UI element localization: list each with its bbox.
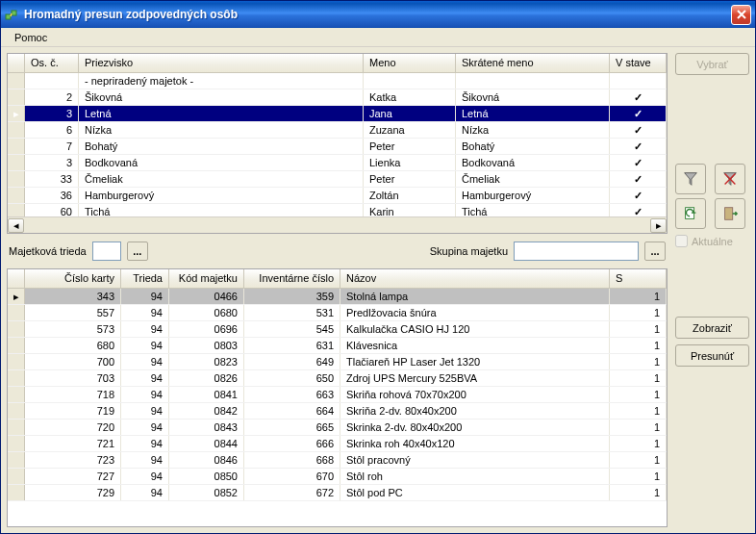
col-kod[interactable]: Kód majetku (169, 269, 244, 288)
filter-icon-buttons (675, 164, 749, 229)
menu-help[interactable]: Pomoc (9, 30, 53, 45)
col-vstave[interactable]: V stave (610, 54, 667, 72)
persons-row[interactable]: 7BohatýPeterBohatý✓ (8, 139, 667, 155)
assets-row[interactable]: 720940843665Skrinka 2-dv. 80x40x2001 (8, 420, 667, 436)
skupina-browse-button[interactable]: ... (644, 242, 666, 261)
assets-row[interactable]: ▸343940466359Stolná lampa1 (8, 289, 667, 305)
assets-row[interactable]: 700940823649Tlačiareň HP Laser Jet 13201 (8, 354, 667, 370)
aktualne-input (675, 235, 688, 247)
window-title: Hromadný presun zodpovedných osôb (24, 8, 731, 21)
assets-row[interactable]: 721940844666Skrinka roh 40x40x1201 (8, 436, 667, 452)
select-button[interactable]: Vybrať (675, 53, 749, 75)
col-inv[interactable]: Inventárne číslo (244, 269, 340, 288)
persons-row[interactable]: ▸3LetnáJanaLetná✓ (8, 106, 667, 122)
assets-row[interactable]: 723940846668Stôl pracovný1 (8, 452, 667, 469)
titlebar: Hromadný presun zodpovedných osôb (1, 1, 755, 28)
persons-row[interactable]: 3BodkovanáLienkaBodkovaná✓ (8, 155, 667, 171)
aktualne-label: Aktuálne (692, 236, 733, 247)
menubar: Pomoc (1, 28, 755, 47)
persons-row[interactable]: 33ČmeliakPeterČmeliak✓ (8, 171, 667, 188)
persons-row[interactable]: 6NízkaZuzanaNízka✓ (8, 122, 667, 139)
persons-grid[interactable]: Os. č. Priezvisko Meno Skrátené meno V s… (7, 53, 668, 234)
col-karta[interactable]: Číslo karty (25, 269, 121, 288)
persons-row[interactable]: 36HamburgerovýZoltánHamburgerový✓ (8, 188, 667, 204)
filter-bar: Majetková trieda ... Skupina majetku ... (7, 234, 668, 265)
assets-row[interactable]: 703940826650Zdroj UPS Mercury 525BVA1 (8, 370, 667, 387)
assets-row[interactable]: 719940842664Skriňa 2-dv. 80x40x2001 (8, 403, 667, 420)
aktualne-checkbox: Aktuálne (675, 235, 749, 247)
assets-header: Číslo karty Trieda Kód majetku Inventárn… (8, 269, 667, 289)
persons-row[interactable]: 2ŠikovnáKatkaŠikovná✓ (8, 89, 667, 106)
col-trieda[interactable]: Trieda (121, 269, 169, 288)
move-button[interactable]: Presunúť (675, 344, 749, 367)
assets-row[interactable]: 729940852672Stôl pod PC1 (8, 485, 667, 501)
col-meno[interactable]: Meno (364, 54, 456, 72)
filter-button[interactable] (675, 164, 706, 194)
close-button[interactable] (731, 5, 751, 25)
assets-row[interactable]: 727940850670Stôl roh1 (8, 469, 667, 485)
skupina-input[interactable] (514, 242, 639, 261)
assets-row[interactable]: 680940803631Klávesnica1 (8, 338, 667, 354)
assets-grid[interactable]: Číslo karty Trieda Kód majetku Inventárn… (7, 268, 668, 527)
svg-rect-0 (6, 14, 11, 19)
assets-row[interactable]: 718940841663Skriňa rohová 70x70x2001 (8, 387, 667, 403)
assets-row[interactable]: 557940680531Predlžovacia šnúra1 (8, 305, 667, 321)
door-exit-icon (721, 205, 739, 222)
persons-hscroll[interactable]: ◂▸ (8, 216, 667, 233)
trieda-label: Majetková trieda (9, 245, 87, 257)
persons-row[interactable]: - nepriradený majetok - (8, 73, 667, 89)
col-nazov[interactable]: Názov (340, 269, 610, 288)
svg-rect-3 (724, 208, 732, 220)
clear-filter-button[interactable] (715, 164, 745, 194)
col-skrat[interactable]: Skrátené meno (456, 54, 610, 72)
exit-button[interactable] (715, 198, 745, 229)
funnel-icon (682, 170, 699, 188)
refresh-icon (682, 205, 699, 222)
app-icon (5, 7, 20, 22)
svg-rect-1 (12, 11, 16, 15)
skupina-label: Skupina majetku (430, 245, 508, 257)
assets-row[interactable]: 573940696545Kalkulačka CASIO HJ 1201 (8, 321, 667, 338)
persons-header: Os. č. Priezvisko Meno Skrátené meno V s… (8, 54, 667, 73)
trieda-input[interactable] (92, 242, 121, 261)
persons-row[interactable]: 60TicháKarinTichá✓ (8, 204, 667, 216)
refresh-button[interactable] (675, 198, 706, 229)
show-button[interactable]: Zobraziť (675, 317, 749, 339)
funnel-clear-icon (721, 170, 739, 188)
col-s[interactable]: S (610, 269, 667, 288)
trieda-browse-button[interactable]: ... (127, 242, 148, 261)
col-osc[interactable]: Os. č. (25, 54, 79, 72)
col-priezvisko[interactable]: Priezvisko (79, 54, 364, 72)
